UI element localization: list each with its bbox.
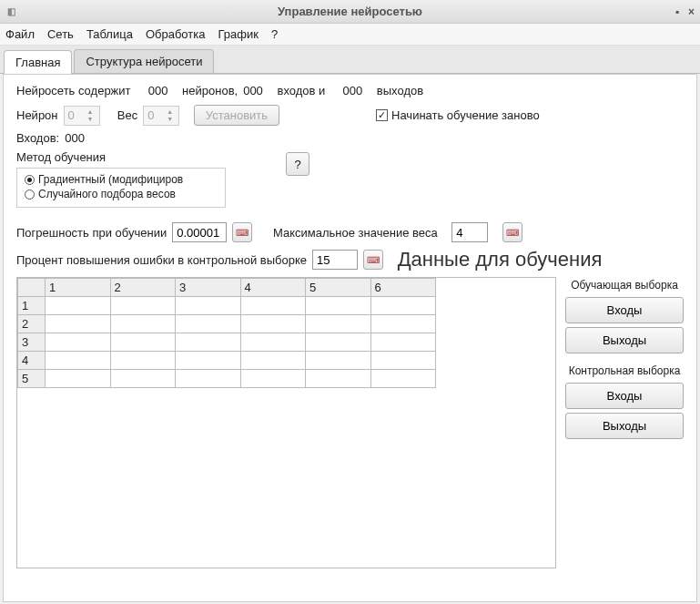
table-row-header[interactable]: 2 [18,315,46,333]
error-input[interactable] [172,222,227,242]
table-cell[interactable] [176,370,241,388]
table-cell[interactable] [306,370,371,388]
table-row-header[interactable]: 5 [18,370,46,388]
weight-label: Вес [117,108,137,122]
table-col-header[interactable]: 6 [370,279,436,297]
table-cell[interactable] [240,333,306,352]
maxweight-label: Максимальное значение веса [273,226,438,240]
window-handle-icon: ◧ [7,6,15,16]
menu-network[interactable]: Сеть [47,27,74,41]
table-cell[interactable] [370,297,436,315]
table-col-header[interactable]: 5 [306,279,371,297]
error-apply-button[interactable]: ⌨ [232,222,252,242]
table-row-header[interactable]: 4 [18,352,46,370]
table-cell[interactable] [110,333,176,352]
table-cell[interactable] [110,370,176,388]
table-cell[interactable] [46,333,111,352]
menu-file[interactable]: Файл [5,27,35,41]
menu-help[interactable]: ? [271,27,278,41]
training-data-heading: Данные для обучения [398,248,603,271]
restart-training-label: Начинать обучение заново [391,108,540,122]
table-cell[interactable] [306,315,371,333]
table-cell[interactable] [240,315,306,333]
summary-neurons-word: нейронов, [182,84,238,97]
weight-spinner[interactable]: 0 ▲▼ [143,106,179,126]
table-cell[interactable] [306,333,371,352]
maxweight-input[interactable] [451,222,488,242]
table-col-header[interactable]: 1 [46,279,111,297]
help-icon: ? [294,158,300,171]
table-cell[interactable] [46,297,111,315]
table-corner-header[interactable] [18,279,46,297]
inputs-count-label: Входов: [16,131,59,145]
menu-processing[interactable]: Обработка [146,27,206,41]
neuron-spinner[interactable]: 0 ▲▼ [64,106,100,126]
maxweight-apply-button[interactable]: ⌨ [502,222,522,242]
table-row-header[interactable]: 3 [18,333,46,352]
training-inputs-button[interactable]: Входы [565,297,684,323]
table-col-header[interactable]: 2 [110,279,176,297]
control-inputs-button[interactable]: Входы [565,383,684,409]
table-col-header[interactable]: 3 [176,279,241,297]
table-row: 5 [18,370,436,388]
table-cell[interactable] [46,370,111,388]
spinner-arrows-icon[interactable]: ▲▼ [87,107,98,125]
table-cell[interactable] [110,297,176,315]
table-cell[interactable] [110,315,176,333]
inputs-count-value: 000 [65,131,85,145]
method-group: Градиентный (модифициров Случайного подб… [16,168,226,208]
percent-apply-button[interactable]: ⌨ [363,250,383,270]
table-row: 1 [18,297,436,315]
spinner-arrows-icon[interactable]: ▲▼ [167,107,178,125]
table-cell[interactable] [176,297,241,315]
table-cell[interactable] [46,315,111,333]
percent-input[interactable] [312,250,358,270]
error-label: Погрешность при обучении [16,226,167,240]
table-cell[interactable] [370,352,436,370]
table-cell[interactable] [240,370,306,388]
menu-chart[interactable]: График [218,27,258,41]
table-cell[interactable] [110,352,176,370]
menu-table[interactable]: Таблица [86,27,133,41]
tab-main[interactable]: Главная [4,50,72,74]
method-radio-random[interactable]: Случайного подбора весов [25,187,218,201]
table-cell[interactable] [240,352,306,370]
method-help-button[interactable]: ? [286,152,309,176]
side-panel: Обучающая выборка Входы Выходы Контрольн… [565,277,684,568]
control-outputs-button[interactable]: Выходы [565,413,684,439]
data-table: 123456 12345 [17,278,436,388]
table-cell[interactable] [370,333,436,352]
table-cell[interactable] [306,297,371,315]
summary-inputs: 000 [243,84,263,97]
close-icon[interactable]: × [688,5,695,18]
table-cell[interactable] [176,352,241,370]
keyboard-icon: ⌨ [506,228,519,238]
table-cell[interactable] [370,315,436,333]
table-cell[interactable] [176,333,241,352]
summary-inputs-word: входов и [277,84,325,97]
minimize-icon[interactable]: ▪ [675,5,679,18]
summary-line: Нейросеть содержит 000 нейронов, 000 вхо… [16,84,684,97]
checkbox-icon: ✓ [376,109,388,121]
weight-spinner-value: 0 [147,108,154,122]
menubar: Файл Сеть Таблица Обработка График ? [0,24,700,46]
tab-structure[interactable]: Структура нейросети [74,49,214,73]
table-row: 4 [18,352,436,370]
summary-outputs-word: выходов [377,84,423,97]
radio-icon [25,189,35,200]
training-outputs-button[interactable]: Выходы [565,327,684,353]
neuron-spinner-value: 0 [68,108,75,122]
set-button[interactable]: Установить [194,105,279,126]
table-cell[interactable] [306,352,371,370]
table-cell[interactable] [370,370,436,388]
table-row-header[interactable]: 1 [18,297,46,315]
table-cell[interactable] [46,352,111,370]
data-table-wrap[interactable]: 123456 12345 [16,277,556,568]
method-radio-gradient[interactable]: Градиентный (модифициров [25,172,218,187]
table-col-header[interactable]: 4 [240,279,306,297]
table-cell[interactable] [240,297,306,315]
table-cell[interactable] [176,315,241,333]
radio-icon [25,175,35,185]
restart-training-checkbox[interactable]: ✓ Начинать обучение заново [376,108,540,122]
percent-label: Процент повышения ошибки в контрольной в… [16,253,307,267]
